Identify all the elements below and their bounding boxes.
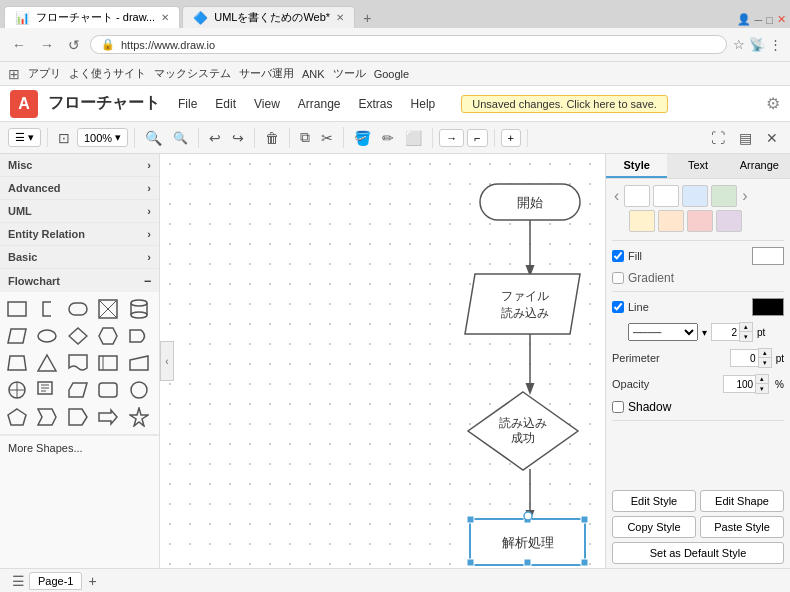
tab-style[interactable]: Style xyxy=(606,154,667,178)
insert-btn[interactable]: + xyxy=(501,129,521,147)
section-advanced-header[interactable]: Advanced › xyxy=(0,177,159,199)
line-pt-up[interactable]: ▴ xyxy=(740,323,752,332)
bookmark-server[interactable]: サーバ運用 xyxy=(239,66,294,81)
palette-prev[interactable]: ‹ xyxy=(612,187,621,205)
perimeter-input[interactable] xyxy=(730,349,758,367)
unsaved-notice[interactable]: Unsaved changes. Click here to save. xyxy=(461,95,668,113)
shape-diamond[interactable] xyxy=(66,324,90,348)
swatch-white2[interactable] xyxy=(653,185,679,207)
tab-close-1[interactable]: ✕ xyxy=(161,12,169,23)
page-tab-1[interactable]: Page-1 xyxy=(29,572,82,590)
menu-help[interactable]: Help xyxy=(403,95,444,113)
edit-style-btn[interactable]: Edit Style xyxy=(612,490,696,512)
fill-color-box[interactable] xyxy=(752,247,784,265)
page-format-btn[interactable]: ☰ ▾ xyxy=(8,128,41,147)
scroll-left-btn[interactable]: ‹ xyxy=(160,341,174,381)
waypoint-btn[interactable]: ⌐ xyxy=(467,129,487,147)
refresh-button[interactable]: ↺ xyxy=(64,35,84,55)
shape-trapezoid[interactable] xyxy=(5,351,29,375)
shape-arrow-right[interactable] xyxy=(96,405,120,429)
shape-doc[interactable] xyxy=(66,351,90,375)
settings-icon[interactable]: ⚙ xyxy=(766,94,780,113)
close-panel-btn[interactable]: ✕ xyxy=(762,128,782,148)
shape-triangle[interactable] xyxy=(35,351,59,375)
shape-comment[interactable] xyxy=(35,378,59,402)
shape-bracket-left[interactable] xyxy=(35,297,59,321)
shape-oval[interactable] xyxy=(35,324,59,348)
bookmark-google[interactable]: Google xyxy=(374,68,409,80)
shape-rect-rounded[interactable] xyxy=(96,378,120,402)
shape-process[interactable] xyxy=(5,297,29,321)
page-menu-btn[interactable]: ☰ xyxy=(8,573,29,589)
bookmark-favorites[interactable]: よく使うサイト xyxy=(69,66,146,81)
menu-arrange[interactable]: Arrange xyxy=(290,95,349,113)
tab-arrange[interactable]: Arrange xyxy=(729,154,790,178)
undo-btn[interactable]: ↩ xyxy=(205,128,225,148)
shape-cylinder[interactable] xyxy=(127,297,151,321)
copy-style-btn[interactable]: Copy Style xyxy=(612,516,696,538)
rss-icon[interactable]: 📡 xyxy=(749,37,765,52)
new-tab-button[interactable]: + xyxy=(357,8,377,28)
menu-icon[interactable]: ⋮ xyxy=(769,37,782,52)
paste-style-btn[interactable]: Paste Style xyxy=(700,516,784,538)
bookmark-ank[interactable]: ANK xyxy=(302,68,325,80)
shape-delay[interactable] xyxy=(127,324,151,348)
copy-btn[interactable]: ⧉ xyxy=(296,127,314,148)
back-button[interactable]: ← xyxy=(8,35,30,55)
shape-parallelogram[interactable] xyxy=(5,324,29,348)
swatch-orange[interactable] xyxy=(658,210,684,232)
opacity-input[interactable] xyxy=(723,375,755,393)
fullscreen-btn[interactable]: ⛶ xyxy=(707,128,729,148)
section-flowchart-header[interactable]: Flowchart ‒ xyxy=(0,269,159,292)
gradient-checkbox[interactable] xyxy=(612,272,624,284)
tab-2[interactable]: 🔷 UMLを書くためのWeb* ✕ xyxy=(182,6,355,28)
shape-hexagon[interactable] xyxy=(96,324,120,348)
fill-color-btn[interactable]: 🪣 xyxy=(350,128,375,148)
line-color-box[interactable] xyxy=(752,298,784,316)
section-uml-header[interactable]: UML › xyxy=(0,200,159,222)
menu-edit[interactable]: Edit xyxy=(207,95,244,113)
address-bar[interactable]: 🔒 https://www.draw.io xyxy=(90,35,727,54)
canvas-area[interactable]: 開始 ファイル 読み込み 読み込み 成功 解析処理 xyxy=(160,154,605,568)
swatch-white1[interactable] xyxy=(624,185,650,207)
zoom-fit-btn[interactable]: ⊡ xyxy=(54,128,74,148)
fill-checkbox[interactable] xyxy=(612,250,624,262)
shape-circle[interactable] xyxy=(127,378,151,402)
shape-or[interactable] xyxy=(5,378,29,402)
shape-data[interactable] xyxy=(66,378,90,402)
star-icon[interactable]: ☆ xyxy=(733,37,745,52)
shadow-btn[interactable]: ⬜ xyxy=(401,128,426,148)
menu-extras[interactable]: Extras xyxy=(351,95,401,113)
line-checkbox[interactable] xyxy=(612,301,624,313)
bookmark-mac[interactable]: マックシステム xyxy=(154,66,231,81)
line-color-btn[interactable]: ✏ xyxy=(378,128,398,148)
connector-btn[interactable]: → xyxy=(439,129,464,147)
opacity-up[interactable]: ▴ xyxy=(756,375,768,384)
forward-button[interactable]: → xyxy=(36,35,58,55)
line-pt-down[interactable]: ▾ xyxy=(740,332,752,341)
perimeter-down[interactable]: ▾ xyxy=(759,358,771,367)
perimeter-up[interactable]: ▴ xyxy=(759,349,771,358)
shape-cross[interactable] xyxy=(96,297,120,321)
menu-view[interactable]: View xyxy=(246,95,288,113)
shape-tag[interactable] xyxy=(66,405,90,429)
window-close[interactable]: ✕ xyxy=(777,13,786,26)
tab-active[interactable]: 📊 フローチャート - draw... ✕ xyxy=(4,6,180,28)
swatch-yellow[interactable] xyxy=(629,210,655,232)
zoom-out-btn[interactable]: 🔍 xyxy=(169,129,192,147)
shape-star[interactable] xyxy=(127,405,151,429)
redo-btn[interactable]: ↪ xyxy=(228,128,248,148)
apps-icon[interactable]: ⊞ xyxy=(8,66,20,82)
swatch-purple[interactable] xyxy=(716,210,742,232)
shape-pentagon[interactable] xyxy=(5,405,29,429)
line-pt-input[interactable] xyxy=(711,323,739,341)
swatch-green[interactable] xyxy=(711,185,737,207)
zoom-in-btn[interactable]: 🔍 xyxy=(141,128,166,148)
more-shapes-btn[interactable]: More Shapes... xyxy=(0,435,159,460)
zoom-display[interactable]: 100% ▾ xyxy=(77,128,128,147)
set-default-btn[interactable]: Set as Default Style xyxy=(612,542,784,564)
cut-btn[interactable]: ✂ xyxy=(317,128,337,148)
bookmark-tools[interactable]: ツール xyxy=(333,66,366,81)
window-maximize[interactable]: □ xyxy=(766,14,773,26)
opacity-down[interactable]: ▾ xyxy=(756,384,768,393)
